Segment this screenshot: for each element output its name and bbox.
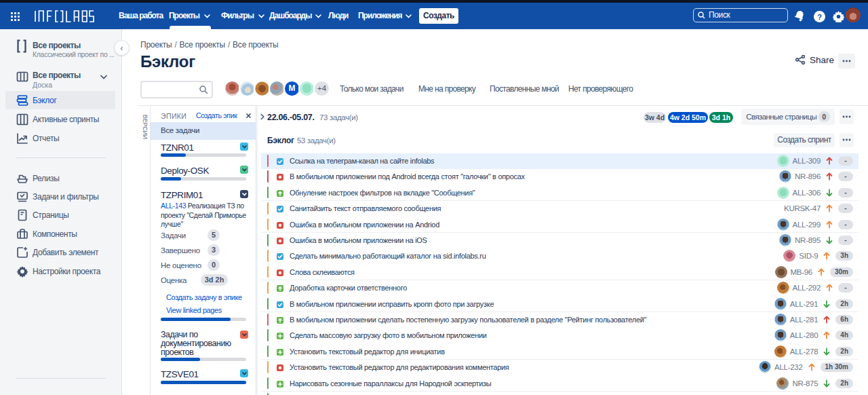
- svg-text:?: ?: [817, 13, 822, 21]
